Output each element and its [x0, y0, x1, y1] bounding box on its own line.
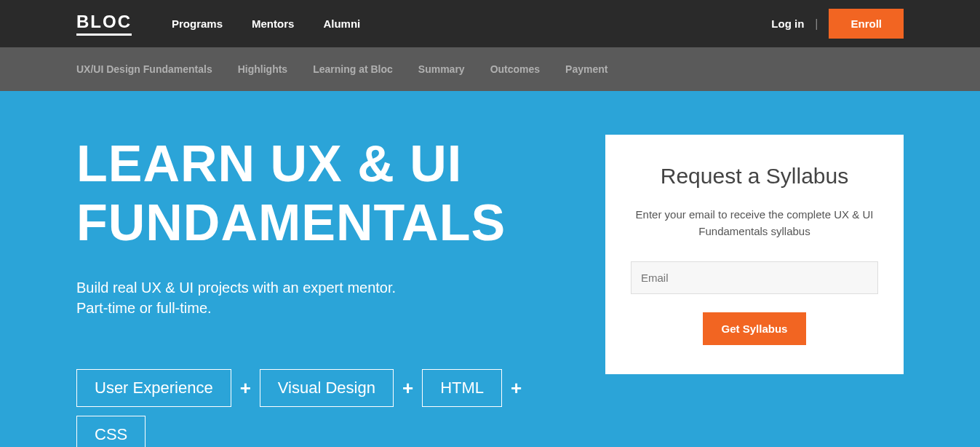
plus-icon: + — [402, 377, 413, 400]
tab-payment[interactable]: Payment — [565, 63, 607, 75]
nav-mentors[interactable]: Mentors — [252, 17, 294, 30]
tab-fundamentals[interactable]: UX/UI Design Fundamentals — [76, 63, 212, 75]
top-nav: BLOC Programs Mentors Alumni Log in | En… — [0, 0, 980, 47]
plus-icon: + — [240, 377, 251, 400]
syllabus-card: Request a Syllabus Enter your email to r… — [605, 135, 904, 374]
nav-programs[interactable]: Programs — [172, 17, 223, 30]
tab-highlights[interactable]: Highlights — [238, 63, 287, 75]
sub-nav: UX/UI Design Fundamentals Highlights Lea… — [0, 47, 980, 91]
topic-css: CSS — [76, 416, 146, 447]
enroll-button[interactable]: Enroll — [829, 9, 904, 39]
nav-right: Log in | Enroll — [771, 9, 904, 39]
hero-sub-line2: Part-time or full-time. — [76, 300, 212, 316]
hero-section: LEARN UX & UI FUNDAMENTALS Build real UX… — [0, 91, 980, 447]
hero-subtitle: Build real UX & UI projects with an expe… — [76, 277, 583, 318]
logo[interactable]: BLOC — [76, 12, 132, 36]
topic-ux: User Experience — [76, 369, 231, 407]
tab-summary[interactable]: Summary — [418, 63, 465, 75]
email-field[interactable] — [631, 261, 878, 294]
hero-sub-line1: Build real UX & UI projects with an expe… — [76, 280, 396, 296]
nav-links: Programs Mentors Alumni — [172, 17, 360, 30]
hero-title: LEARN UX & UI FUNDAMENTALS — [76, 135, 583, 252]
login-link[interactable]: Log in — [771, 17, 804, 30]
card-description: Enter your email to receive the complete… — [631, 207, 878, 240]
topic-visual-design: Visual Design — [260, 369, 394, 407]
get-syllabus-button[interactable]: Get Syllabus — [703, 312, 807, 345]
tab-outcomes[interactable]: Outcomes — [490, 63, 540, 75]
nav-divider: | — [815, 17, 818, 31]
tab-learning[interactable]: Learning at Bloc — [313, 63, 393, 75]
nav-alumni[interactable]: Alumni — [323, 17, 360, 30]
plus-icon: + — [511, 377, 522, 400]
topic-html: HTML — [422, 369, 502, 407]
hero-content: LEARN UX & UI FUNDAMENTALS Build real UX… — [76, 135, 583, 447]
topics-row: User Experience + Visual Design + HTML +… — [76, 369, 583, 447]
card-title: Request a Syllabus — [631, 164, 878, 189]
